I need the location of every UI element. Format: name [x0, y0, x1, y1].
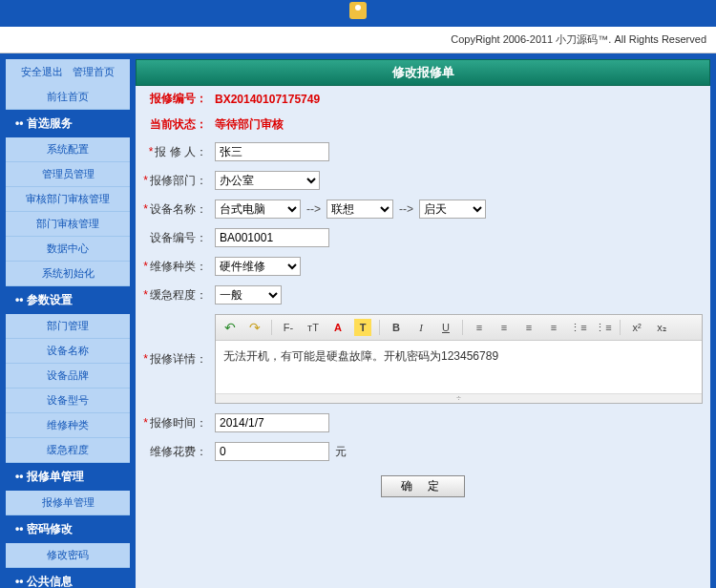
ordered-list-icon[interactable]: ⋮≡ — [570, 319, 587, 336]
align-justify-icon[interactable]: ≡ — [545, 319, 562, 336]
app-logo-icon — [349, 2, 367, 19]
sidebar-item[interactable]: 部门管理 — [6, 314, 130, 339]
submit-button[interactable]: 确 定 — [381, 475, 464, 497]
align-left-icon[interactable]: ≡ — [471, 319, 488, 336]
repair-no-label: 报修编号： — [143, 91, 215, 107]
underline-icon[interactable]: U — [437, 319, 454, 336]
font-color-icon[interactable]: A — [329, 319, 347, 336]
sidebar-item[interactable]: 报修单管理 — [6, 491, 130, 515]
cost-label: 维修花费： — [143, 444, 215, 460]
sidebar-item[interactable]: 设备名称 — [6, 339, 130, 364]
unordered-list-icon[interactable]: ⋮≡ — [595, 319, 612, 336]
department-label: *报修部门： — [143, 173, 215, 189]
sidebar-section-header[interactable]: 密码修改 — [6, 515, 130, 543]
font-family-icon[interactable]: F- — [280, 319, 297, 336]
repair-type-select[interactable]: 硬件维修 — [215, 257, 301, 276]
repair-no-value: BX20140107175749 — [215, 93, 320, 106]
status-value: 等待部门审核 — [215, 116, 284, 133]
reporter-label: *报 修 人： — [143, 144, 215, 160]
device-level2-select[interactable]: 联想 — [326, 200, 393, 219]
sidebar-item[interactable]: 审核部门审核管理 — [6, 187, 130, 212]
highlight-icon[interactable]: T — [354, 319, 371, 336]
repair-time-label: *报修时间： — [143, 415, 215, 431]
sidebar: 安全退出 管理首页 前往首页 首选服务系统配置管理员管理审核部门审核管理部门审核… — [6, 59, 130, 588]
cost-unit: 元 — [335, 444, 347, 460]
sidebar-item[interactable]: 系统配置 — [6, 137, 130, 162]
redo-icon[interactable]: ↷ — [246, 319, 263, 336]
device-name-label: *设备名称： — [143, 201, 215, 218]
bold-icon[interactable]: B — [388, 319, 405, 336]
editor-textarea[interactable]: 无法开机，有可能是硬盘故障。开机密码为123456789 — [216, 341, 702, 393]
repair-type-label: *维修种类： — [143, 259, 215, 275]
undo-icon[interactable]: ↶ — [221, 319, 239, 336]
subscript-icon[interactable]: x₂ — [653, 319, 670, 336]
align-center-icon[interactable]: ≡ — [495, 319, 513, 336]
reporter-input[interactable] — [215, 142, 329, 161]
sidebar-section-header[interactable]: 参数设置 — [6, 286, 130, 314]
details-label: *报修详情： — [143, 351, 215, 368]
arrow-icon: --> — [399, 202, 413, 216]
italic-icon[interactable]: I — [412, 319, 430, 336]
sidebar-section-header[interactable]: 报修单管理 — [6, 463, 130, 491]
repair-time-input[interactable] — [215, 413, 329, 432]
status-label: 当前状态： — [143, 116, 215, 133]
sidebar-section-header[interactable]: 首选服务 — [6, 110, 130, 137]
sidebar-item[interactable]: 部门审核管理 — [6, 212, 130, 237]
sidebar-item[interactable]: 设备型号 — [6, 388, 130, 413]
superscript-icon[interactable]: x² — [628, 319, 645, 336]
align-right-icon[interactable]: ≡ — [520, 319, 537, 336]
department-select[interactable]: 办公室 — [215, 171, 320, 190]
device-no-input[interactable] — [215, 228, 329, 247]
sidebar-item[interactable]: 系统初始化 — [6, 262, 130, 286]
admin-home-link[interactable]: 管理首页 — [73, 66, 115, 77]
sidebar-item[interactable]: 设备品牌 — [6, 364, 130, 388]
urgency-select[interactable]: 一般 — [215, 285, 282, 304]
sidebar-item[interactable]: 管理员管理 — [6, 162, 130, 187]
editor-toolbar: ↶ ↷ F- тT A T B I U ≡ ≡ ≡ — [216, 315, 702, 341]
urgency-label: *缓急程度： — [143, 287, 215, 304]
sidebar-item[interactable]: 维修种类 — [6, 413, 130, 438]
sidebar-item[interactable]: 修改密码 — [6, 543, 130, 568]
copyright-bar: CopyRight 2006-2011 小刀源码™. All Rights Re… — [0, 27, 716, 53]
app-header — [0, 0, 716, 27]
sidebar-section-header[interactable]: 公共信息 — [6, 568, 130, 588]
logout-link[interactable]: 安全退出 — [21, 66, 63, 77]
sidebar-item[interactable]: 数据中心 — [6, 237, 130, 262]
sidebar-top-links: 安全退出 管理首页 — [6, 59, 130, 85]
panel-title: 修改报修单 — [136, 59, 710, 86]
content-panel: 修改报修单 报修编号： BX20140107175749 当前状态： 等待部门审… — [136, 59, 710, 588]
font-size-icon[interactable]: тT — [305, 319, 322, 336]
editor-resize-handle[interactable]: ÷ — [216, 393, 702, 403]
device-level1-select[interactable]: 台式电脑 — [215, 200, 301, 219]
sidebar-item[interactable]: 缓急程度 — [6, 438, 130, 463]
device-no-label: 设备编号： — [143, 230, 215, 246]
arrow-icon: --> — [306, 202, 321, 216]
sidebar-pre-home[interactable]: 前往首页 — [6, 85, 130, 110]
cost-input[interactable] — [215, 442, 329, 461]
device-level3-select[interactable]: 启天 — [419, 200, 486, 219]
rich-editor: ↶ ↷ F- тT A T B I U ≡ ≡ ≡ — [215, 314, 703, 404]
